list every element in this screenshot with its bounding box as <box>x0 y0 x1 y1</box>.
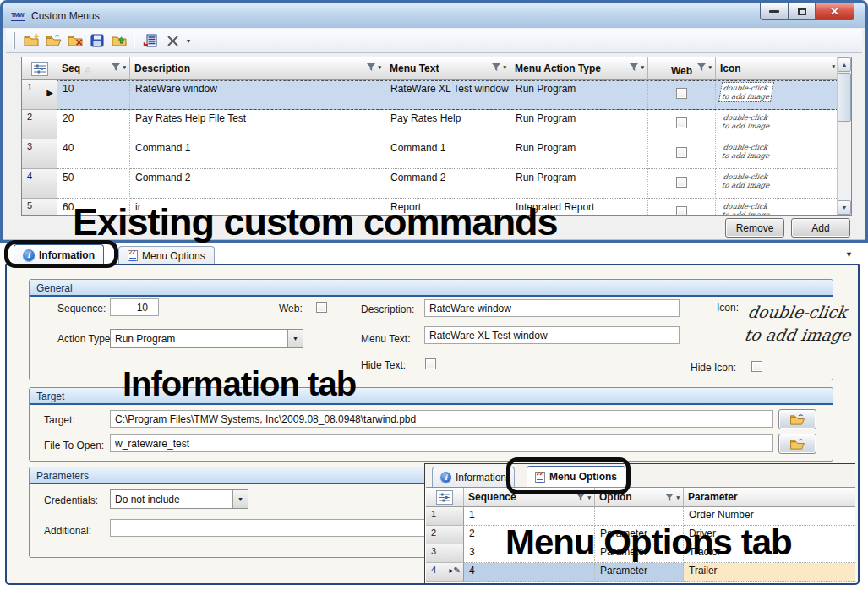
table-row[interactable]: 4 50 Command 2 Command 2 Run Program dou… <box>22 169 838 199</box>
cell-menu-text[interactable]: Command 2 <box>385 169 510 199</box>
minimize-button[interactable] <box>760 3 789 20</box>
scroll-down-button[interactable]: ▼ <box>838 200 851 215</box>
cell-sequence[interactable]: 3 <box>464 544 595 563</box>
table-row[interactable]: 1▶ 10 RateWare window RateWare XL Test w… <box>22 80 838 110</box>
cell-icon[interactable]: double-clickto add image <box>716 110 838 139</box>
web-checkbox[interactable] <box>676 147 687 158</box>
filter-caret-icon[interactable]: ▾ <box>123 64 126 71</box>
row-header[interactable]: 3 <box>426 544 464 563</box>
cell-option[interactable] <box>595 507 684 526</box>
cell-sequence[interactable]: 1 <box>464 507 595 526</box>
cell-description[interactable]: ir <box>130 199 385 216</box>
cell-menu-text[interactable]: Command 1 <box>385 139 510 169</box>
cell-seq[interactable]: 60 <box>57 199 130 216</box>
row-header[interactable]: 1▶ <box>22 80 57 110</box>
filter-caret-icon[interactable]: ▾ <box>503 64 506 71</box>
toolbar-grip[interactable] <box>13 32 15 49</box>
cell-web[interactable] <box>648 80 716 110</box>
hide-text-checkbox[interactable] <box>425 358 436 369</box>
column-header-icon[interactable]: Icon ▾ <box>716 57 838 80</box>
credentials-dropdown[interactable]: Do not include ▼ <box>110 489 248 509</box>
title-bar[interactable]: TMW Custom Menus ✕ <box>3 3 865 28</box>
cell-parameter[interactable]: Trailer <box>684 563 855 582</box>
cell-icon[interactable]: double-clickto add image <box>716 80 838 110</box>
browse-file-button[interactable] <box>778 434 816 454</box>
file-to-open-input[interactable] <box>110 434 773 452</box>
table-row[interactable]: 3 40 Command 1 Command 1 Run Program dou… <box>22 139 838 169</box>
cell-action-type[interactable]: Run Program <box>510 139 648 169</box>
cell-web[interactable] <box>648 199 716 216</box>
cell-option[interactable]: Parameter <box>595 544 684 563</box>
row-header[interactable]: 5 <box>22 199 57 216</box>
cell-parameter[interactable]: Driver <box>684 526 855 544</box>
cell-web[interactable] <box>648 110 716 139</box>
filter-caret-icon[interactable]: ▾ <box>378 64 381 71</box>
cell-menu-text[interactable]: Pay Rates Help <box>385 110 510 139</box>
tabstrip-caret-icon[interactable]: ▼ <box>845 250 853 259</box>
cell-option[interactable]: Parameter <box>595 526 684 544</box>
open-folder-button[interactable] <box>42 30 64 51</box>
scroll-thumb[interactable] <box>838 73 851 122</box>
add-button[interactable]: Add <box>791 218 850 238</box>
export-folder-button[interactable] <box>108 30 130 51</box>
web-checkbox[interactable] <box>316 302 327 313</box>
cell-menu-text[interactable]: RateWare XL Test window <box>385 80 510 110</box>
row-header[interactable]: 4▸✎ <box>426 563 464 582</box>
menu-text-input[interactable] <box>424 326 680 344</box>
close-button[interactable]: ✕ <box>816 3 854 20</box>
column-header-parameter[interactable]: Parameter <box>684 488 855 507</box>
web-checkbox[interactable] <box>676 88 687 99</box>
table-row[interactable]: 5 60 ir Report Integrated Report double-… <box>22 199 838 216</box>
tab-menu-options[interactable]: Menu Options <box>118 246 215 265</box>
sequence-input[interactable] <box>110 298 159 316</box>
filter-caret-icon[interactable]: ▾ <box>641 64 644 71</box>
target-input[interactable] <box>110 410 773 428</box>
new-folder-button[interactable]: ✦ <box>20 30 42 51</box>
row-header[interactable]: 2 <box>22 110 57 139</box>
cell-action-type[interactable]: Integrated Report <box>510 199 648 216</box>
cell-sequence[interactable]: 2 <box>464 526 595 544</box>
cell-seq[interactable]: 20 <box>57 110 130 139</box>
maximize-button[interactable] <box>789 3 816 20</box>
column-header-option[interactable]: Option ▾ <box>595 488 684 507</box>
dropdown-caret-icon[interactable]: ▼ <box>232 490 248 508</box>
column-header-menu-text[interactable]: Menu Text ▾ <box>385 57 510 80</box>
table-row[interactable]: 3 3 Parameter Tractor <box>426 544 855 563</box>
web-checkbox[interactable] <box>676 117 687 128</box>
remove-button[interactable]: Remove <box>725 218 784 238</box>
cell-description[interactable]: Pay Rates Help File Test <box>130 110 385 139</box>
row-header[interactable]: 4 <box>22 169 57 199</box>
cell-seq[interactable]: 40 <box>57 139 130 169</box>
cell-seq[interactable]: 50 <box>57 169 130 199</box>
table-row[interactable]: 2 2 Parameter Driver <box>426 526 855 544</box>
cell-description[interactable]: Command 2 <box>130 169 385 199</box>
cell-parameter[interactable]: Tractor <box>684 544 855 563</box>
hide-icon-checkbox[interactable] <box>751 361 762 372</box>
tab-information[interactable]: i Information <box>14 244 104 265</box>
vertical-scrollbar[interactable]: ▲ ▼ <box>837 57 851 215</box>
overlay-tab-menu-options[interactable]: Menu Options <box>527 466 625 487</box>
column-header-action-type[interactable]: Menu Action Type ▾ <box>510 57 648 80</box>
toolbar-overflow-caret-icon[interactable]: ▾ <box>187 37 190 45</box>
overlay-tab-information[interactable]: i Information <box>432 467 515 487</box>
filter-caret-icon[interactable]: ▾ <box>587 494 591 501</box>
web-checkbox[interactable] <box>676 206 687 216</box>
cell-seq[interactable]: 10 <box>57 80 130 110</box>
cell-icon[interactable]: double-clickto add image <box>716 139 838 169</box>
delete-folder-button[interactable]: ✕ <box>64 30 86 51</box>
cell-icon[interactable]: double-clickto add image <box>716 199 838 216</box>
field-chooser-button[interactable] <box>426 488 464 507</box>
row-header[interactable]: 3 <box>22 139 57 169</box>
filter-caret-icon[interactable]: ▾ <box>676 494 680 501</box>
cell-web[interactable] <box>648 169 716 199</box>
cell-option[interactable]: Parameter <box>595 563 684 582</box>
column-header-description[interactable]: Description ▾ <box>130 57 385 80</box>
save-button[interactable] <box>86 30 108 51</box>
cell-action-type[interactable]: Run Program <box>510 169 648 199</box>
filter-caret-icon[interactable]: ▾ <box>708 64 712 71</box>
cell-icon[interactable]: double-clickto add image <box>716 169 838 199</box>
column-header-sequence[interactable]: Sequence ▾ <box>464 488 595 507</box>
cell-menu-text[interactable]: Report <box>385 199 510 216</box>
table-row[interactable]: 1 1 Order Number <box>426 507 855 526</box>
action-type-dropdown[interactable]: Run Program ▼ <box>110 329 303 348</box>
